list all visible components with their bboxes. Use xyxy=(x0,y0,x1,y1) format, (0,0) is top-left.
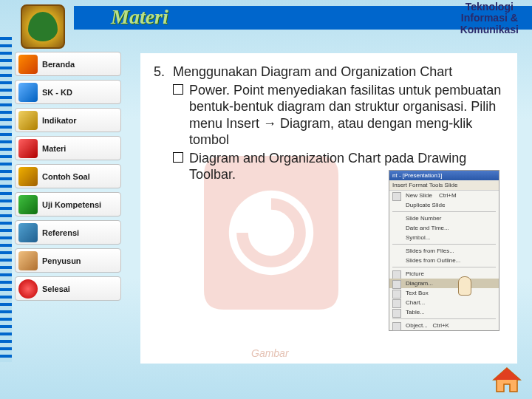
books-icon xyxy=(18,139,38,158)
item-heading: Menggunakan Diagram and Organization Cha… xyxy=(173,64,504,81)
sidebar-item-beranda[interactable]: Beranda xyxy=(15,52,121,76)
menu-item: Picture xyxy=(389,269,499,279)
header-bar: Materi Teknologi Informasi & Komunikasi xyxy=(0,0,532,34)
window-title: nt - [Presentation1] xyxy=(389,171,499,180)
sidebar-item-label: Indikator xyxy=(42,116,76,125)
book-icon xyxy=(18,83,38,102)
menu-item: Slides from Outline... xyxy=(389,256,499,265)
sidebar-item-contoh-soal[interactable]: Contoh Soal xyxy=(15,164,121,188)
sidebar-item-indikator[interactable]: Indikator xyxy=(15,108,121,132)
sidebar-item-label: Contoh Soal xyxy=(42,172,90,181)
menu-item-diagram: Diagram... xyxy=(389,279,499,288)
page-title: Materi xyxy=(111,5,168,29)
sidebar: Beranda SK - KD Indikator Materi Contoh … xyxy=(15,52,121,304)
svg-marker-2 xyxy=(494,368,520,380)
side-dots xyxy=(0,37,12,362)
sidebar-item-referensi[interactable]: Referensi xyxy=(15,220,121,245)
note-icon xyxy=(18,111,38,130)
object-icon xyxy=(392,322,401,331)
sidebar-item-selesai[interactable]: Selesai xyxy=(15,276,121,301)
checkbox-icon xyxy=(173,84,183,95)
sidebar-item-sk-kd[interactable]: SK - KD xyxy=(15,80,121,104)
brand-line1: Teknologi xyxy=(460,1,519,13)
menu-bar: Insert Format Tools Slide xyxy=(389,180,499,191)
menu-item: Date and Time... xyxy=(389,223,499,233)
sidebar-item-penyusun[interactable]: Penyusun xyxy=(15,248,121,273)
brand-text: Teknologi Informasi & Komunikasi xyxy=(460,1,519,35)
sidebar-item-label: Materi xyxy=(42,144,66,153)
folder-icon xyxy=(18,223,38,242)
menu-item: Symbol... xyxy=(389,233,499,242)
crest-logo xyxy=(21,4,65,49)
menu-item: Table... xyxy=(389,307,499,317)
sidebar-item-label: Uji Kompetensi xyxy=(42,200,101,209)
checkbox-icon xyxy=(173,152,183,163)
badge-icon xyxy=(18,195,38,214)
sidebar-item-label: Referensi xyxy=(42,228,79,237)
bullet-text-1: Power. Point menyediakan fasilitas untuk… xyxy=(189,82,504,149)
item-number: 5. xyxy=(154,64,173,81)
sidebar-item-materi[interactable]: Materi xyxy=(15,136,121,160)
paper-icon xyxy=(18,167,38,186)
menu-item: Chart... xyxy=(389,298,499,307)
sidebar-item-label: Selesai xyxy=(42,284,70,293)
content-panel: 5. Menggunakan Diagram and Organization … xyxy=(140,53,517,364)
insert-menu-screenshot: nt - [Presentation1] Insert Format Tools… xyxy=(389,170,499,331)
close-icon xyxy=(18,279,38,299)
sidebar-item-label: SK - KD xyxy=(42,88,72,97)
home-icon xyxy=(18,55,38,74)
menu-item: Object... Ctrl+K xyxy=(389,321,499,330)
sidebar-item-label: Beranda xyxy=(42,60,75,69)
home-button[interactable] xyxy=(491,365,523,395)
menu-item: Text Box xyxy=(389,288,499,298)
brand-line2: Informasi & xyxy=(460,13,519,24)
sidebar-item-uji-kompetensi[interactable]: Uji Kompetensi xyxy=(15,192,121,216)
figure-caption: Gambar xyxy=(251,347,289,359)
brand-line3: Komunikasi xyxy=(460,24,519,35)
sidebar-item-label: Penyusun xyxy=(42,256,81,265)
menu-item: Slide Number xyxy=(389,214,499,223)
table-icon xyxy=(392,309,401,318)
menu-item: Slides from Files... xyxy=(389,246,499,256)
content-text: 5. Menggunakan Diagram and Organization … xyxy=(154,64,504,183)
menu-item: Duplicate Slide xyxy=(389,200,499,210)
cursor-hand-icon xyxy=(455,276,476,300)
person-icon xyxy=(18,251,38,270)
menu-item: New Slide Ctrl+M xyxy=(389,191,499,200)
